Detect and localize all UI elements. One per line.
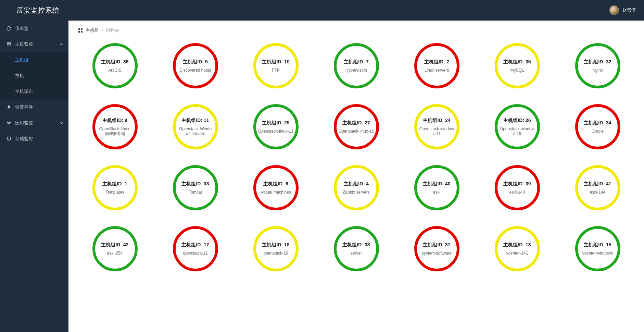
sidebar-item-label: 存储监控 bbox=[15, 136, 33, 142]
host-group-name-label: esxi-254 bbox=[107, 251, 123, 256]
breadcrumb: 主机组 / 组列表 bbox=[78, 27, 634, 34]
sidebar-item-label: 告警事件 bbox=[15, 104, 33, 110]
svg-rect-8 bbox=[81, 31, 83, 33]
host-group-card[interactable]: 主机组ID: 34Oracle bbox=[575, 104, 620, 149]
grid-icon bbox=[78, 28, 83, 33]
host-group-id-label: 主机组ID: 9 bbox=[102, 118, 127, 124]
chevron-up-icon bbox=[60, 42, 63, 46]
sidebar-item-dashboard[interactable]: 仪表盘 bbox=[0, 21, 68, 36]
host-group-name-label: ArcGIS bbox=[108, 68, 122, 73]
host-group-id-label: 主机组ID: 5 bbox=[183, 59, 207, 65]
host-group-card[interactable]: 主机组ID: 1Templates bbox=[92, 165, 138, 210]
host-group-name-label: esxi-143 bbox=[509, 190, 525, 195]
host-group-card[interactable]: 主机组ID: 35MySQL bbox=[495, 43, 540, 88]
app-title: 辰安监控系统 bbox=[16, 6, 60, 15]
dashboard-icon bbox=[6, 26, 12, 31]
sidebar: 仪表盘 主机监控 主机组 主机 bbox=[0, 21, 68, 332]
sidebar-item-storage-monitor[interactable]: 存储监控 bbox=[0, 131, 68, 147]
sidebar-subitem-host-waterfall[interactable]: 主机瀑布 bbox=[0, 84, 68, 99]
host-group-id-label: 主机组ID: 24 bbox=[423, 118, 450, 124]
host-group-id-label: 主机组ID: 25 bbox=[262, 120, 289, 126]
host-group-id-label: 主机组ID: 38 bbox=[342, 242, 370, 248]
host-group-card[interactable]: 主机组ID: 18openstack-16 bbox=[253, 226, 299, 271]
sidebar-subitem-host[interactable]: 主机 bbox=[0, 68, 68, 84]
host-group-name-label: Virtual machines bbox=[261, 190, 291, 195]
host-group-name-label: Zabbix servers bbox=[343, 190, 370, 195]
host-group-name-label: Linux servers bbox=[425, 68, 449, 73]
host-group-id-label: 主机组ID: 2 bbox=[424, 59, 449, 65]
host-group-card[interactable]: 主机组ID: 27Openstack-linux-16 bbox=[334, 104, 379, 149]
heart-icon bbox=[6, 120, 12, 126]
host-group-card[interactable]: 主机组ID: 26Openstack-windows-16 bbox=[495, 104, 540, 149]
host-group-card[interactable]: 主机组ID: 15vcenter-windows bbox=[575, 226, 620, 271]
host-group-card[interactable]: 主机组ID: 9OpenStack-linux-物理服务器 bbox=[92, 104, 138, 149]
host-group-card[interactable]: 主机组ID: 24Openstack-windows-11 bbox=[414, 104, 459, 149]
host-group-card[interactable]: 主机组ID: 2Linux servers bbox=[414, 43, 459, 88]
user-menu[interactable]: 赵雪潇 bbox=[609, 5, 636, 15]
host-group-card[interactable]: 主机组ID: 5Discovered hosts bbox=[173, 43, 218, 88]
svg-rect-1 bbox=[7, 42, 11, 44]
svg-rect-5 bbox=[78, 28, 80, 30]
host-group-card[interactable]: 主机组ID: 11Openstack-Windows servers bbox=[173, 104, 218, 149]
host-group-id-label: 主机组ID: 36 bbox=[101, 59, 128, 65]
host-group-name-label: Tomcat bbox=[189, 190, 202, 195]
host-group-card[interactable]: 主机组ID: 6Virtual machines bbox=[253, 165, 299, 210]
host-group-id-label: 主机组ID: 41 bbox=[584, 181, 611, 187]
host-group-name-label: system-software bbox=[422, 251, 452, 256]
host-group-id-label: 主机组ID: 39 bbox=[503, 181, 531, 187]
sidebar-item-alerts[interactable]: 告警事件 bbox=[0, 99, 68, 115]
host-group-id-label: 主机组ID: 33 bbox=[181, 181, 209, 187]
host-group-name-label: server bbox=[351, 251, 362, 256]
breadcrumb-root[interactable]: 主机组 bbox=[86, 27, 99, 34]
host-group-id-label: 主机组ID: 13 bbox=[503, 242, 531, 248]
host-group-id-label: 主机组ID: 40 bbox=[423, 181, 450, 187]
chevron-down-icon bbox=[60, 121, 63, 125]
host-group-id-label: 主机组ID: 27 bbox=[342, 120, 370, 126]
host-group-name-label: Hypervisors bbox=[345, 68, 367, 73]
host-group-card[interactable]: 主机组ID: 32Nginx bbox=[575, 43, 620, 88]
sidebar-item-label: 主机瀑布 bbox=[15, 89, 33, 94]
host-group-name-label: Openstack-windows-16 bbox=[500, 126, 535, 136]
host-group-name-label: vcenter-141 bbox=[506, 251, 528, 256]
host-group-card[interactable]: 主机组ID: 38server bbox=[334, 226, 379, 271]
host-group-card[interactable]: 主机组ID: 7Hypervisors bbox=[334, 43, 379, 88]
host-group-card[interactable]: 主机组ID: 10FTP bbox=[253, 43, 299, 88]
sidebar-item-label: 主机 bbox=[15, 73, 24, 78]
host-group-card[interactable]: 主机组ID: 39esxi-143 bbox=[495, 165, 540, 210]
sidebar-subitem-host-group[interactable]: 主机组 bbox=[0, 52, 68, 68]
host-group-card[interactable]: 主机组ID: 13vcenter-141 bbox=[495, 226, 540, 271]
host-group-card[interactable]: 主机组ID: 42esxi-254 bbox=[92, 226, 138, 271]
breadcrumb-separator: / bbox=[102, 28, 103, 33]
host-group-card[interactable]: 主机组ID: 25Openstack-linux-11 bbox=[253, 104, 299, 149]
host-group-name-label: vcenter-windows bbox=[582, 251, 613, 256]
host-group-card[interactable]: 主机组ID: 37system-software bbox=[414, 226, 459, 271]
host-group-card[interactable]: 主机组ID: 33Tomcat bbox=[173, 165, 218, 210]
sidebar-item-app-monitor[interactable]: 应用监控 bbox=[0, 115, 68, 131]
sidebar-item-host-monitor[interactable]: 主机监控 bbox=[0, 36, 68, 52]
svg-point-4 bbox=[8, 137, 11, 138]
host-group-id-label: 主机组ID: 6 bbox=[263, 181, 288, 187]
host-group-card[interactable]: 主机组ID: 17openstack-11 bbox=[173, 226, 218, 271]
host-group-card[interactable]: 主机组ID: 41esxi-144 bbox=[575, 165, 620, 210]
host-group-id-label: 主机组ID: 42 bbox=[101, 242, 128, 248]
host-group-card[interactable]: 主机组ID: 4Zabbix servers bbox=[334, 165, 379, 210]
svg-rect-3 bbox=[7, 45, 11, 46]
sidebar-item-label: 主机组 bbox=[15, 57, 28, 62]
host-group-card[interactable]: 主机组ID: 40esxi bbox=[414, 165, 459, 210]
host-group-id-label: 主机组ID: 1 bbox=[102, 181, 127, 187]
svg-rect-7 bbox=[78, 31, 80, 33]
host-group-name-label: openstack-11 bbox=[183, 251, 207, 256]
host-group-id-label: 主机组ID: 7 bbox=[344, 59, 368, 65]
host-group-id-label: 主机组ID: 18 bbox=[262, 242, 289, 248]
host-group-name-label: Discovered hosts bbox=[179, 68, 211, 73]
host-group-name-label: Openstack-linux-11 bbox=[258, 129, 293, 134]
avatar bbox=[609, 5, 619, 15]
host-group-name-label: OpenStack-linux-物理服务器 bbox=[97, 126, 133, 136]
host-group-card[interactable]: 主机组ID: 36ArcGIS bbox=[92, 43, 138, 88]
server-icon bbox=[6, 41, 12, 47]
host-group-name-label: Openstack-Windows servers bbox=[178, 126, 213, 136]
host-group-name-label: Nginx bbox=[592, 68, 603, 73]
svg-rect-6 bbox=[81, 28, 83, 30]
host-group-grid: 主机组ID: 36ArcGIS主机组ID: 5Discovered hosts主… bbox=[78, 43, 634, 271]
host-group-id-label: 主机组ID: 37 bbox=[423, 242, 450, 248]
